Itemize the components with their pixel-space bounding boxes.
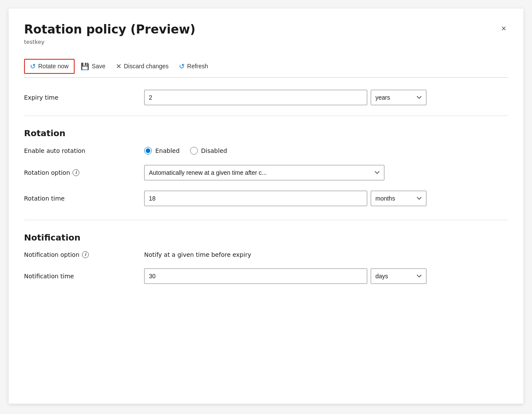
notification-time-row: Notification time days months years [24,268,508,284]
enabled-label: Enabled [155,147,180,154]
rotation-time-unit-select[interactable]: days months years [371,191,426,206]
close-button[interactable]: × [499,22,508,34]
rotation-time-input[interactable] [144,191,367,206]
notification-section-title: Notification [24,232,508,243]
rotation-time-label: Rotation time [24,195,144,202]
enable-auto-rotation-row: Enable auto rotation Enabled Disabled [24,147,508,155]
section-divider-2 [24,220,508,220]
expiry-time-controls: days months years [144,90,508,105]
rotation-option-controls: Automatically renew at a given time afte… [144,165,508,180]
rotation-option-label: Rotation option i [24,169,144,176]
rotation-time-controls: days months years [144,191,508,206]
rotation-option-row: Rotation option i Automatically renew at… [24,165,508,180]
disabled-radio-label[interactable]: Disabled [190,147,227,155]
expiry-time-unit-select[interactable]: days months years [371,90,426,105]
disabled-radio[interactable] [190,147,198,155]
auto-rotation-radio-group: Enabled Disabled [144,147,227,155]
notification-time-label: Notification time [24,273,144,280]
notification-time-controls: days months years [144,268,508,284]
rotate-now-icon: ↺ [30,62,36,70]
notification-option-label: Notification option i [24,251,144,258]
save-label: Save [92,63,106,70]
rotation-section: Rotation Enable auto rotation Enabled Di… [24,128,508,206]
notification-option-value: Notify at a given time before expiry [144,251,251,258]
rotation-option-select[interactable]: Automatically renew at a given time afte… [144,165,384,180]
toolbar: ↺ Rotate now 💾 Save ✕ Discard changes ↺ … [24,55,508,78]
save-icon: 💾 [81,62,89,70]
section-divider-1 [24,116,508,116]
disabled-label: Disabled [201,147,227,154]
rotate-now-label: Rotate now [38,63,69,70]
rotate-now-button[interactable]: ↺ Rotate now [24,59,75,74]
notification-option-controls: Notify at a given time before expiry [144,251,508,258]
panel-header: Rotation policy (Preview) testkey × [24,22,508,54]
save-button[interactable]: 💾 Save [76,60,110,73]
expiry-time-input[interactable] [144,90,367,105]
rotation-section-title: Rotation [24,128,508,138]
title-block: Rotation policy (Preview) testkey [24,22,196,54]
notification-option-info-icon[interactable]: i [82,251,89,258]
refresh-button[interactable]: ↺ Refresh [175,60,212,73]
enabled-radio[interactable] [144,147,152,155]
refresh-icon: ↺ [179,62,184,70]
auto-rotation-controls: Enabled Disabled [144,147,508,155]
rotation-option-info-icon[interactable]: i [73,169,79,176]
panel-title: Rotation policy (Preview) [24,22,196,37]
enabled-radio-label[interactable]: Enabled [144,147,180,155]
refresh-label: Refresh [187,63,208,70]
enable-auto-rotation-label: Enable auto rotation [24,147,144,154]
discard-icon: ✕ [116,62,121,70]
rotation-policy-panel: Rotation policy (Preview) testkey × ↺ Ro… [9,9,523,404]
discard-label: Discard changes [124,63,169,70]
expiry-time-row: Expiry time days months years [24,90,508,105]
expiry-time-label: Expiry time [24,94,144,101]
rotation-time-row: Rotation time days months years [24,191,508,206]
panel-subtitle: testkey [24,39,196,45]
notification-time-unit-select[interactable]: days months years [371,268,426,284]
discard-button[interactable]: ✕ Discard changes [112,60,173,73]
notification-section: Notification Notification option i Notif… [24,232,508,284]
notification-option-row: Notification option i Notify at a given … [24,251,508,258]
notification-time-input[interactable] [144,268,367,284]
